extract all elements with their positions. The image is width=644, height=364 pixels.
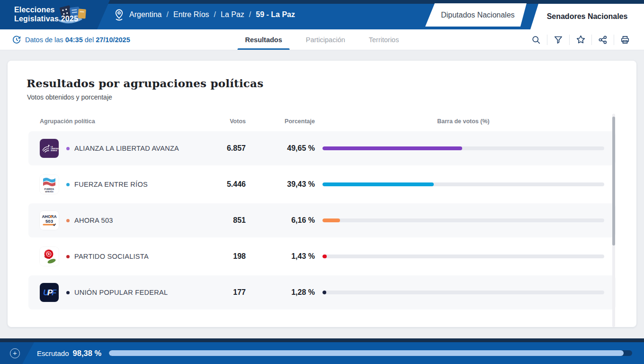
escrutado-value: 98,38 % bbox=[73, 349, 102, 358]
share-icon[interactable] bbox=[597, 34, 608, 46]
party-color-bullet bbox=[66, 291, 70, 294]
star-icon[interactable] bbox=[575, 34, 586, 46]
column-party: Agrupación política bbox=[40, 118, 191, 125]
table-row[interactable]: AHORA 503 AHORA 503 851 6,16 % bbox=[28, 203, 616, 237]
percentage-value: 1,28 % bbox=[253, 288, 315, 297]
votes-value: 198 bbox=[198, 252, 246, 261]
vote-bar-fill bbox=[322, 146, 462, 150]
vote-bar-track bbox=[322, 182, 604, 186]
location-pin-icon bbox=[114, 9, 125, 21]
table-row[interactable]: U P F UNIÓN POPULAR FEDERAL 177 1,28 % bbox=[28, 275, 616, 309]
percentage-value: 6,16 % bbox=[253, 216, 315, 225]
svg-text:F: F bbox=[52, 288, 57, 297]
ahora-503-logo: AHORA 503 bbox=[40, 211, 59, 230]
tab-participacion[interactable]: Participación bbox=[304, 29, 347, 50]
toolbar bbox=[528, 34, 634, 46]
party-name: ALIANZA LA LIBERTAD AVANZA bbox=[74, 145, 179, 152]
party-name: UNIÓN POPULAR FEDERAL bbox=[74, 289, 168, 296]
party-color-bullet bbox=[66, 219, 70, 222]
percentage-value: 49,65 % bbox=[253, 144, 315, 153]
svg-text:ENTRE RÍOS: ENTRE RÍOS bbox=[45, 191, 53, 193]
column-percentage: Porcentaje bbox=[253, 118, 315, 125]
svg-text:AVANZA: AVANZA bbox=[51, 150, 57, 152]
tab-resultados[interactable]: Resultados bbox=[243, 29, 284, 50]
vote-bar-fill bbox=[322, 182, 434, 186]
table-row[interactable]: PARTIDO SOCIALISTA 198 1,43 % bbox=[28, 239, 616, 273]
table-row[interactable]: FUERZA ENTRE RÍOS FUERZA ENTRE RÍOS 5.44… bbox=[28, 167, 616, 201]
breadcrumb-separator: / bbox=[249, 10, 251, 19]
svg-text:FUERZA: FUERZA bbox=[45, 188, 54, 191]
subheader-bar: Datos de las 04:35 del 27/10/2025 Result… bbox=[0, 29, 644, 50]
breadcrumb: Argentina / Entre Ríos / La Paz / 59 - L… bbox=[114, 0, 295, 29]
vote-bar-track bbox=[322, 218, 604, 222]
tab-territorios[interactable]: Territorios bbox=[367, 29, 401, 50]
breadcrumb-separator: / bbox=[214, 10, 216, 19]
app-logo: Elecciones Legislativas 2025 bbox=[0, 0, 110, 29]
tab-senadores-nacionales[interactable]: Senadores Nacionales bbox=[530, 4, 644, 29]
footer-bar: + Escrutado 98,38 % bbox=[0, 342, 644, 364]
breadcrumb-item-department[interactable]: La Paz bbox=[221, 10, 244, 19]
breadcrumb-item-section: 59 - La Paz bbox=[256, 10, 295, 19]
party-color-bullet bbox=[66, 183, 70, 186]
app-title: Elecciones Legislativas 2025 bbox=[14, 6, 78, 24]
scrollbar-track[interactable] bbox=[612, 114, 615, 327]
filter-icon[interactable] bbox=[553, 34, 564, 46]
vote-bar-fill bbox=[322, 255, 327, 258]
party-name: AHORA 503 bbox=[74, 217, 113, 224]
print-icon[interactable] bbox=[619, 34, 631, 46]
vote-bar-track bbox=[322, 146, 604, 150]
alianza-la-libertad-avanza-logo: LA LIBERTAD AVANZA bbox=[40, 139, 59, 158]
app-header: Elecciones Legislativas 2025 Argentina /… bbox=[0, 0, 644, 29]
votes-value: 6.857 bbox=[198, 144, 246, 153]
breadcrumb-item-country[interactable]: Argentina bbox=[129, 10, 162, 19]
scrollbar-thumb[interactable] bbox=[612, 117, 615, 246]
vote-bar-fill bbox=[322, 291, 326, 294]
percentage-value: 39,43 % bbox=[253, 180, 315, 189]
column-votes: Votos bbox=[198, 118, 246, 125]
party-color-bullet bbox=[66, 255, 70, 258]
votes-value: 851 bbox=[198, 216, 246, 225]
plus-circle-icon[interactable]: + bbox=[10, 348, 20, 358]
breadcrumb-item-province[interactable]: Entre Ríos bbox=[173, 10, 209, 19]
column-bar: Barra de votos (%) bbox=[322, 118, 604, 125]
vote-bar-track bbox=[322, 255, 604, 258]
table-row[interactable]: LA LIBERTAD AVANZA ALIANZA LA LIBERTAD A… bbox=[28, 131, 616, 165]
votes-value: 5.446 bbox=[198, 180, 246, 189]
section-tabs: Resultados Participación Territorios bbox=[243, 29, 401, 50]
table-header: Agrupación política Votos Porcentaje Bar… bbox=[28, 113, 616, 129]
tab-diputados-nacionales[interactable]: Diputados Nacionales bbox=[425, 3, 527, 27]
results-card: Resultados por agrupaciones políticas Vo… bbox=[8, 61, 636, 327]
party-name: FUERZA ENTRE RÍOS bbox=[74, 181, 148, 188]
union-popular-federal-logo: U P F bbox=[40, 283, 59, 302]
toolbar-divider bbox=[614, 35, 614, 45]
fuerza-entre-rios-logo: FUERZA ENTRE RÍOS bbox=[40, 175, 59, 194]
clock-refresh-icon bbox=[12, 36, 21, 44]
escrutado-label: Escrutado bbox=[37, 349, 69, 357]
page-content: Resultados por agrupaciones políticas Vo… bbox=[0, 50, 644, 338]
party-color-bullet bbox=[66, 147, 70, 150]
svg-text:503: 503 bbox=[45, 218, 53, 224]
search-icon[interactable] bbox=[530, 34, 542, 46]
data-timestamp: Datos de las 04:35 del 27/10/2025 bbox=[12, 36, 130, 44]
page-subtitle: Votos obtenidos y porcentaje bbox=[8, 90, 636, 101]
vote-bar-fill bbox=[322, 218, 340, 222]
escrutado-progress-track bbox=[109, 350, 632, 356]
escrutado-progress-fill bbox=[109, 350, 624, 356]
footer-top-accent bbox=[0, 338, 644, 342]
percentage-value: 1,43 % bbox=[253, 252, 315, 261]
toolbar-divider bbox=[569, 35, 570, 45]
party-name: PARTIDO SOCIALISTA bbox=[74, 253, 149, 260]
toolbar-divider bbox=[547, 35, 547, 45]
page-title: Resultados por agrupaciones políticas bbox=[8, 61, 636, 90]
vote-bar-track bbox=[322, 291, 604, 294]
votes-value: 177 bbox=[198, 288, 246, 297]
results-table: LA LIBERTAD AVANZA ALIANZA LA LIBERTAD A… bbox=[28, 131, 616, 309]
toolbar-divider bbox=[591, 35, 592, 45]
breadcrumb-separator: / bbox=[167, 10, 169, 19]
partido-socialista-logo bbox=[40, 247, 59, 266]
